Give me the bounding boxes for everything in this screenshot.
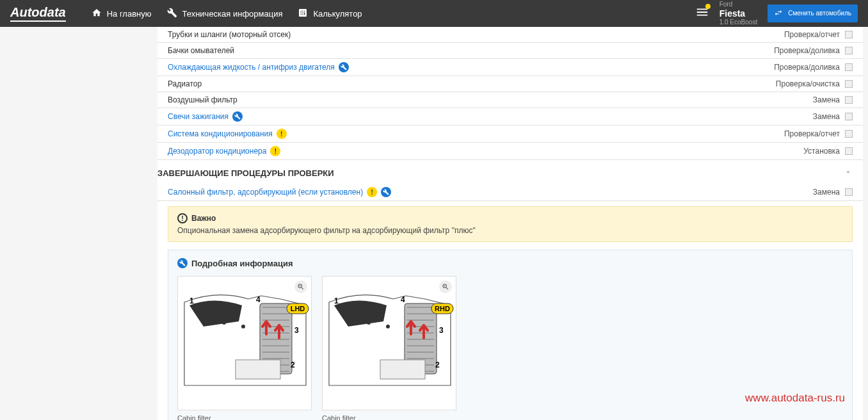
- row-checkbox[interactable]: [845, 147, 853, 155]
- warning-badge-icon[interactable]: !: [367, 187, 377, 197]
- alert-title-text: Важно: [191, 214, 216, 223]
- vehicle-engine: 1.0 EcoBoost: [719, 19, 757, 26]
- svg-text:1: 1: [189, 296, 194, 305]
- svg-text:3: 3: [294, 326, 299, 335]
- row-label: Охлаждающая жидкость / антифриз двигател…: [168, 62, 774, 72]
- figure-caption: Cabin filter: [322, 414, 456, 420]
- row-label: Система кондиционирования!: [168, 129, 784, 139]
- figure: 1 4 3 2 LHD Cabin filter: [177, 276, 312, 420]
- row-text: Бачки омывателей: [168, 46, 234, 55]
- row-checkbox[interactable]: [845, 113, 853, 120]
- figures: 1 4 3 2 LHD Cabin filter 1 4 3 2 RHD Cab…: [177, 276, 843, 420]
- app-header: Autodata На главную Техническая информац…: [0, 0, 868, 27]
- nav-tech-label: Техническая информация: [182, 9, 283, 19]
- row-link[interactable]: Свечи зажигания: [168, 112, 229, 121]
- row-checkbox[interactable]: [845, 130, 853, 138]
- row-action: Проверка/очистка: [776, 79, 840, 88]
- swap-vehicle-button[interactable]: Сменить автомобиль: [768, 4, 858, 22]
- row-link[interactable]: Салонный фильтр, адсорбирующий (если уст…: [168, 188, 363, 197]
- important-alert: ! Важно Опциональная замена адсорбирующе…: [168, 206, 853, 242]
- service-row: Бачки омывателейПроверка/доливка: [157, 43, 863, 59]
- service-row: Свечи зажиганияЗамена: [157, 108, 863, 125]
- alert-body: Опциональная замена адсорбирующего фильт…: [177, 226, 843, 235]
- row-checkbox[interactable]: [845, 31, 853, 38]
- chevron-down-icon: [844, 168, 853, 179]
- nav-home-label: На главную: [107, 9, 152, 19]
- svg-text:4: 4: [401, 295, 405, 304]
- figure-card[interactable]: 1 4 3 2 LHD: [177, 276, 312, 410]
- row-text: Трубки и шланги (моторный отсек): [168, 30, 291, 39]
- row-label: Дезодоратор кондиционера!: [168, 146, 803, 156]
- row-action: Проверка/отчет: [784, 30, 840, 39]
- warning-badge-icon[interactable]: !: [270, 146, 280, 156]
- header-right: Ford Fiesta 1.0 EcoBoost Сменить автомоб…: [695, 1, 858, 27]
- vehicle-make: Ford: [719, 1, 757, 8]
- calculator-icon: [298, 8, 308, 20]
- info-badge-icon[interactable]: [381, 187, 391, 197]
- figure: 1 4 3 2 RHD Cabin filter: [322, 276, 456, 420]
- svg-point-23: [367, 321, 371, 325]
- main-content: Трубки и шланги (моторный отсек)Проверка…: [157, 27, 863, 420]
- svg-text:4: 4: [256, 295, 261, 304]
- row-link[interactable]: Система кондиционирования: [168, 129, 273, 138]
- row-label: Радиатор: [168, 79, 776, 88]
- row-checkbox[interactable]: [845, 96, 853, 104]
- info-badge-icon[interactable]: [339, 62, 349, 72]
- notification-dot: [705, 4, 711, 9]
- row-action: Проверка/отчет: [784, 129, 840, 138]
- svg-point-2: [241, 325, 245, 328]
- info-panel-title: Подробная информация: [177, 258, 843, 268]
- row-checkbox[interactable]: [845, 188, 853, 196]
- info-badge-icon[interactable]: [232, 111, 243, 122]
- row-text: Воздушный фильтр: [168, 95, 237, 104]
- row-label: Воздушный фильтр: [168, 95, 813, 104]
- svg-point-24: [386, 325, 390, 328]
- service-row: Охлаждающая жидкость / антифриз двигател…: [157, 59, 863, 76]
- wrench-icon: [167, 8, 177, 20]
- service-row: Дезодоратор кондиционера!Установка: [157, 143, 863, 160]
- row-action: Замена: [813, 188, 840, 197]
- svg-text:2: 2: [435, 360, 440, 369]
- row-link[interactable]: Дезодоратор кондиционера: [168, 147, 266, 156]
- service-row: Воздушный фильтрЗамена: [157, 92, 863, 108]
- row-action: Проверка/доливка: [774, 46, 840, 55]
- row-label: Салонный фильтр, адсорбирующий (если уст…: [168, 187, 813, 197]
- swap-vehicle-label: Сменить автомобиль: [788, 10, 851, 17]
- main-nav: На главную Техническая информация Кальку…: [92, 8, 695, 20]
- service-row: Система кондиционирования!Проверка/отчет: [157, 125, 863, 143]
- section-header-checks[interactable]: ЗАВЕРШАЮЩИЕ ПРОЦЕДУРЫ ПРОВЕРКИ: [157, 160, 863, 184]
- row-action: Установка: [803, 147, 840, 156]
- watermark: www.autodata-rus.ru: [745, 392, 845, 405]
- row-checkbox[interactable]: [845, 63, 853, 71]
- swap-icon: [774, 8, 783, 19]
- figure-card[interactable]: 1 4 3 2 RHD: [322, 276, 456, 410]
- row-action: Проверка/доливка: [774, 63, 840, 72]
- row-label: Бачки омывателей: [168, 46, 774, 55]
- svg-text:RHD: RHD: [435, 305, 450, 312]
- home-icon: [92, 8, 102, 20]
- section-title: ЗАВЕРШАЮЩИЕ ПРОЦЕДУРЫ ПРОВЕРКИ: [157, 168, 334, 178]
- svg-point-1: [222, 321, 226, 325]
- info-title-text: Подробная информация: [191, 259, 293, 268]
- row-checkbox[interactable]: [845, 47, 853, 54]
- vehicle-model: Fiesta: [719, 8, 757, 19]
- nav-calc-label: Калькулятор: [313, 9, 362, 19]
- nav-calc[interactable]: Калькулятор: [298, 8, 362, 20]
- svg-text:LHD: LHD: [291, 305, 305, 312]
- nav-home[interactable]: На главную: [92, 8, 152, 20]
- zoom-icon[interactable]: [294, 280, 307, 293]
- row-checkbox[interactable]: [845, 80, 853, 88]
- nav-tech[interactable]: Техническая информация: [167, 8, 283, 20]
- row-action: Замена: [813, 112, 840, 121]
- warning-badge-icon[interactable]: !: [277, 129, 287, 139]
- zoom-icon[interactable]: [439, 280, 452, 293]
- figure-caption: Cabin filter: [177, 414, 312, 420]
- row-link[interactable]: Охлаждающая жидкость / антифриз двигател…: [168, 63, 335, 72]
- notifications-icon[interactable]: [695, 5, 709, 21]
- service-row: Трубки и шланги (моторный отсек)Проверка…: [157, 27, 863, 43]
- svg-rect-37: [380, 360, 425, 379]
- service-row: РадиаторПроверка/очистка: [157, 76, 863, 92]
- alert-icon: !: [177, 213, 188, 223]
- alert-title: ! Важно: [177, 213, 843, 223]
- svg-rect-15: [236, 360, 280, 379]
